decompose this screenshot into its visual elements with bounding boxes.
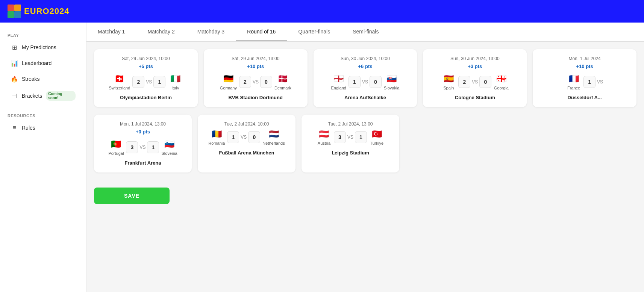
svg-rect-2 <box>8 11 14 18</box>
team1-flag: 🏴󠁧󠁢󠁥󠁮󠁧󠁿 <box>331 74 346 84</box>
sidebar-item-brackets[interactable]: ⊣ Brackets Coming soon! <box>3 87 83 104</box>
score-box: 2 VS 0 <box>239 76 272 88</box>
match-card-6: Tue, 2 Jul 2024, 10:00 🇷🇴 Romania 1 VS 0… <box>198 115 295 172</box>
sidebar: Play ⊞ My Predictions 📊 Leaderboard 🔥 St… <box>0 23 86 292</box>
match-stadium: Fußball Arena München <box>205 150 289 156</box>
team1-name: England <box>331 86 346 90</box>
team1-flag: 🇵🇹 <box>109 139 124 150</box>
vs-label: VS <box>362 79 368 85</box>
match-teams: 🇩🇪 Germany 2 VS 0 🇩🇰 Denmark <box>211 74 301 90</box>
match-stadium: BVB Stadion Dortmund <box>211 95 301 100</box>
sidebar-item-my-predictions[interactable]: ⊞ My Predictions <box>3 40 83 55</box>
team1-name: France <box>567 86 580 90</box>
score-box: 2 VS 1 <box>132 76 165 88</box>
grid-icon: ⊞ <box>11 44 18 51</box>
team2-flag: 🇸🇰 <box>384 74 399 84</box>
score-input-team2[interactable]: 0 <box>248 131 260 143</box>
match-pts: +10 pts <box>539 64 630 69</box>
team1-name: Switzerland <box>109 86 130 90</box>
sidebar-item-rules[interactable]: ≡ Rules <box>3 120 83 135</box>
matches-row2: Mon, 1 Jul 2024, 13:00 +0 pts 🇵🇹 Portuga… <box>86 115 644 180</box>
match-card-7: Tue, 2 Jul 2024, 13:00 🇦🇹 Austria 3 VS 1… <box>302 115 399 172</box>
main-layout: Play ⊞ My Predictions 📊 Leaderboard 🔥 St… <box>0 23 644 292</box>
bar-chart-icon: 📊 <box>11 59 18 67</box>
sidebar-item-leaderboard[interactable]: 📊 Leaderboard <box>3 56 83 71</box>
match-stadium: Olympiastadion Berlin <box>101 95 191 100</box>
match-date: Sat, 29 Jun 2024, 13:00 <box>211 56 301 61</box>
team1-flag: 🇦🇹 <box>317 129 332 139</box>
svg-rect-0 <box>8 5 14 11</box>
tab-quarterfinals[interactable]: Quarter-finals <box>287 23 341 42</box>
team1-block: 🇷🇴 Romania <box>208 129 225 145</box>
team1-block: 🇵🇹 Portugal <box>108 139 124 156</box>
team2-block: 🇸🇰 Slovakia <box>384 74 400 90</box>
team2-name: Slovenia <box>161 151 177 156</box>
main-content: Matchday 1 Matchday 2 Matchday 3 Round o… <box>86 23 644 292</box>
match-pts: +0 pts <box>101 129 185 135</box>
tab-matchday1[interactable]: Matchday 1 <box>86 23 136 42</box>
vs-label: VS <box>347 135 353 140</box>
logo-text: EURO2024 <box>24 6 70 16</box>
score-input-team1[interactable]: 3 <box>126 141 138 153</box>
team1-name: Germany <box>220 86 237 90</box>
score-input-team2[interactable]: 1 <box>355 131 367 143</box>
tab-round16[interactable]: Round of 16 <box>236 23 287 42</box>
match-teams: 🇷🇴 Romania 1 VS 0 🇳🇱 Netherlands <box>205 129 289 145</box>
coming-soon-badge: Coming soon! <box>46 91 76 101</box>
score-input-team2[interactable]: 1 <box>147 141 159 153</box>
save-bar: SAVE <box>86 180 644 212</box>
match-pts: +6 pts <box>320 64 411 69</box>
tab-bar: Matchday 1 Matchday 2 Matchday 3 Round o… <box>86 23 644 42</box>
team2-name: Italy <box>171 86 179 90</box>
vs-label: VS <box>253 79 259 85</box>
tab-semifinals[interactable]: Semi-finals <box>341 23 390 42</box>
play-section-label: Play <box>0 30 86 39</box>
score-input-team1[interactable]: 3 <box>334 131 346 143</box>
score-input-team2[interactable]: 0 <box>260 76 272 88</box>
team2-flag: 🇳🇱 <box>266 129 281 139</box>
team1-flag: 🇷🇴 <box>209 129 224 139</box>
match-teams: 🇪🇸 Spain 2 VS 0 🇬🇪 Georgia <box>430 74 520 90</box>
sidebar-item-label: Leaderboard <box>22 60 52 66</box>
match-teams: 🏴󠁧󠁢󠁥󠁮󠁧󠁿 England 1 VS 0 🇸🇰 Slovakia <box>320 74 411 90</box>
score-box: 3 VS 1 <box>126 141 159 153</box>
match-teams: 🇦🇹 Austria 3 VS 1 🇹🇷 Türkiye <box>308 129 392 145</box>
score-input-team2[interactable]: 0 <box>370 76 382 88</box>
match-date: Mon, 1 Jul 2024, 13:00 <box>101 121 185 127</box>
match-card-3: Sun, 30 Jun 2024, 13:00 +3 pts 🇪🇸 Spain … <box>423 49 527 107</box>
score-input-team1[interactable]: 2 <box>132 76 144 88</box>
match-card-1: Sat, 29 Jun 2024, 13:00 +10 pts 🇩🇪 Germa… <box>204 49 308 107</box>
match-card-4: Mon, 1 Jul 2024 +10 pts 🇫🇷 France 1 VS D… <box>533 49 636 107</box>
team2-block: 🇸🇮 Slovenia <box>161 139 177 156</box>
team2-name: Georgia <box>494 86 509 90</box>
team2-block: 🇮🇹 Italy <box>168 74 183 90</box>
score-input-team1[interactable]: 1 <box>349 76 361 88</box>
score-box: 1 VS 0 <box>349 76 382 88</box>
match-pts: +3 pts <box>430 64 520 69</box>
team2-block: 🇩🇰 Denmark <box>274 74 291 90</box>
tab-matchday3[interactable]: Matchday 3 <box>186 23 236 42</box>
score-input-team1[interactable]: 1 <box>583 76 596 88</box>
team1-flag: 🇫🇷 <box>566 74 581 84</box>
match-teams: 🇵🇹 Portugal 3 VS 1 🇸🇮 Slovenia <box>101 139 185 156</box>
tab-matchday2[interactable]: Matchday 2 <box>136 23 186 42</box>
score-input-team2[interactable]: 0 <box>479 76 491 88</box>
brackets-icon: ⊣ <box>11 92 18 100</box>
match-date: Tue, 2 Jul 2024, 13:00 <box>308 121 392 127</box>
team1-block: 🏴󠁧󠁢󠁥󠁮󠁧󠁿 England <box>331 74 346 90</box>
team1-flag: 🇩🇪 <box>221 74 236 84</box>
logo-year: 2024 <box>50 6 70 16</box>
sidebar-item-label: Streaks <box>22 76 39 82</box>
score-box: 2 VS 0 <box>458 76 491 88</box>
match-date: Tue, 2 Jul 2024, 10:00 <box>205 121 289 127</box>
vs-label: VS <box>241 135 247 140</box>
score-input-team1[interactable]: 2 <box>239 76 251 88</box>
team2-name: Netherlands <box>262 141 285 145</box>
score-input-team1[interactable]: 2 <box>458 76 470 88</box>
save-button[interactable]: SAVE <box>94 188 170 204</box>
score-input-team1[interactable]: 1 <box>227 131 239 143</box>
team1-block: 🇨🇭 Switzerland <box>109 74 130 90</box>
score-input-team2[interactable]: 1 <box>153 76 165 88</box>
score-box: 1 VS 0 <box>227 131 260 143</box>
sidebar-item-streaks[interactable]: 🔥 Streaks <box>3 71 83 86</box>
